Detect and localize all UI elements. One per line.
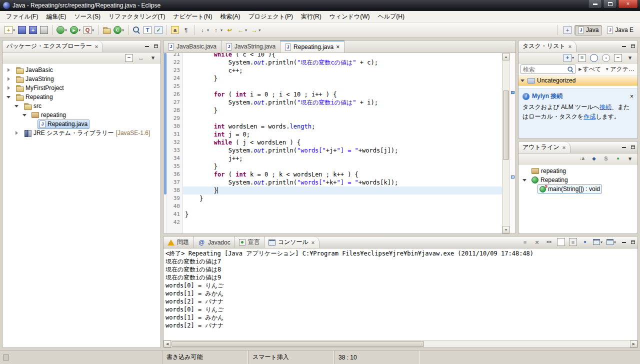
search-button[interactable] <box>131 24 142 36</box>
view-tab-問題[interactable]: 問題 <box>164 236 194 248</box>
overview-occurrence-marker[interactable] <box>511 176 514 178</box>
mark-occurrences-button[interactable]: a <box>170 24 180 36</box>
view-maximize-button[interactable] <box>628 236 638 248</box>
menu-リファクタリング(T)[interactable]: リファクタリング(T) <box>104 11 170 22</box>
next-annotation-button[interactable]: ↓▾ <box>197 24 210 36</box>
hide-nonpublic-button[interactable]: ● <box>612 154 624 164</box>
open-console-button[interactable]: ▾ <box>605 237 618 247</box>
view-menu-button[interactable]: ▾ <box>148 53 158 63</box>
forward-button[interactable]: →▾ <box>248 24 262 36</box>
new-wizard-button[interactable]: +▾ <box>3 24 16 36</box>
view-maximize-button[interactable] <box>628 142 638 153</box>
view-minimize-button[interactable] <box>142 40 152 52</box>
close-view-icon[interactable]: × <box>562 144 566 150</box>
menu-編集(E)[interactable]: 編集(E) <box>42 11 70 22</box>
schedule-button[interactable] <box>588 53 600 63</box>
open-task-button[interactable]: ✓ <box>153 24 164 36</box>
editor-vertical-scrollbar[interactable]: ▲ ▼ <box>502 53 510 234</box>
open-type-button[interactable]: T <box>142 24 153 36</box>
categorized-button[interactable]: ≡ <box>576 53 588 63</box>
view-minimize-button[interactable] <box>620 236 628 248</box>
expand-icon[interactable] <box>6 86 12 90</box>
clear-console-button[interactable] <box>556 237 566 247</box>
perspective-javaee-button[interactable]: J Java E <box>604 25 637 36</box>
tree-item-JRE システム・ライブラリー[interactable]: JRE システム・ライブラリー [JavaSE-1.6] <box>2 128 160 138</box>
editor-tab-JavaBasic.java[interactable]: JJavaBasic.java <box>164 40 222 52</box>
perspective-java-button[interactable]: J Java <box>574 25 602 36</box>
scroll-lock-button[interactable]: ≡ <box>568 237 578 247</box>
tree-item-JavaString[interactable]: JavaString <box>2 74 160 84</box>
view-menu-button[interactable]: ▾ <box>624 53 636 63</box>
hide-static-button[interactable]: S <box>600 154 612 164</box>
close-view-icon[interactable]: × <box>311 240 315 246</box>
scrollbar-thumb[interactable] <box>172 341 424 347</box>
tree-item-Repeating.java[interactable]: JRepeating.java <box>2 120 160 128</box>
outline-item-Repeating[interactable]: Repeating <box>518 176 638 184</box>
task-category-row[interactable]: Uncategorized <box>518 76 638 86</box>
package-explorer-tab[interactable]: パッケージ・エクスプローラー × <box>2 40 103 52</box>
menu-プロジェクト(P)[interactable]: プロジェクト(P) <box>244 11 297 22</box>
save-button[interactable] <box>16 24 28 36</box>
close-view-icon[interactable]: × <box>94 44 98 50</box>
expand-icon[interactable] <box>522 178 528 182</box>
editor-tab-Repeating.java[interactable]: JRepeating.java× <box>280 40 344 52</box>
view-minimize-button[interactable] <box>620 142 628 153</box>
hide-fields-button[interactable]: ◆ <box>588 154 600 164</box>
view-tab-宣言[interactable]: 宣言 <box>235 236 264 248</box>
last-edit-location-button[interactable]: ↩ <box>224 24 235 36</box>
menu-ウィンドウ(W)[interactable]: ウィンドウ(W) <box>326 11 374 22</box>
debug-button[interactable]: ▾ <box>55 24 68 36</box>
create-local-task-link[interactable]: 作成 <box>584 113 596 120</box>
view-maximize-button[interactable] <box>628 40 638 52</box>
new-java-class-button[interactable]: C▾ <box>112 24 126 36</box>
connect-link[interactable]: 接続 <box>600 104 612 110</box>
remove-launch-button[interactable]: × <box>532 237 542 247</box>
menu-ファイル(F)[interactable]: ファイル(F) <box>2 11 42 22</box>
tree-item-repeating[interactable]: repeating <box>2 110 160 120</box>
expand-icon[interactable] <box>6 68 12 72</box>
close-view-icon[interactable]: × <box>568 44 572 50</box>
editor-overview-ruler[interactable] <box>510 53 516 234</box>
dismiss-notice-icon[interactable]: × <box>630 93 634 100</box>
view-tab-コンソール[interactable]: コンソール× <box>264 236 320 248</box>
outline-item-main(String[]) : void[interactable]: main(String[]) : void <box>518 184 638 194</box>
menu-実行(R)[interactable]: 実行(R) <box>297 11 326 22</box>
menu-ナビゲート(N)[interactable]: ナビゲート(N) <box>170 11 216 22</box>
scroll-right-icon[interactable]: ▶ <box>630 340 638 348</box>
focus-button[interactable]: ● <box>600 53 612 63</box>
save-all-button[interactable]: + <box>28 24 38 36</box>
new-java-project-button[interactable] <box>101 24 112 36</box>
collapse-all-button[interactable]: − <box>124 53 134 63</box>
tree-item-MyFirstProject[interactable]: MyFirstProject <box>2 84 160 92</box>
display-console-button[interactable]: ▾ <box>592 237 604 247</box>
expand-icon[interactable] <box>520 78 526 83</box>
window-close-button[interactable]: × <box>618 0 638 8</box>
new-task-button[interactable]: +▾ <box>562 53 576 63</box>
task-list-tab[interactable]: タスク・リスト × <box>518 40 576 52</box>
menu-ソース(S)[interactable]: ソース(S) <box>70 11 104 22</box>
menu-ヘルプ(H)[interactable]: ヘルプ(H) <box>374 11 408 22</box>
terminate-button[interactable]: ■ <box>520 237 530 247</box>
view-tab-Javadoc[interactable]: @Javadoc <box>194 236 235 248</box>
scroll-left-icon[interactable]: ◀ <box>164 340 171 348</box>
tree-item-Repeating[interactable]: Repeating <box>2 92 160 102</box>
scrollbar-thumb[interactable] <box>503 90 509 160</box>
menu-検索(A)[interactable]: 検索(A) <box>216 11 244 22</box>
coverage-button[interactable]: Q▾ <box>82 24 96 36</box>
expand-icon[interactable] <box>14 130 20 136</box>
view-maximize-button[interactable] <box>152 40 160 52</box>
editor-tab-JavaString.java[interactable]: JJavaString.java <box>222 40 280 52</box>
working-set-active-button[interactable]: ▼アクテ… <box>604 64 636 74</box>
run-button[interactable]: ▶▾ <box>68 24 82 36</box>
show-whitespace-button[interactable]: ¶ <box>180 24 192 36</box>
scroll-down-icon[interactable]: ▼ <box>502 226 510 234</box>
tree-item-JavaBasic[interactable]: JavaBasic <box>2 66 160 74</box>
outline-item-repeating[interactable]: repeating <box>518 166 638 176</box>
window-minimize-button[interactable] <box>588 0 602 8</box>
scroll-up-icon[interactable]: ▲ <box>502 53 510 60</box>
window-maximize-button[interactable] <box>603 0 617 8</box>
view-menu-button[interactable]: ▾ <box>624 154 636 164</box>
open-perspective-button[interactable]: + <box>562 24 573 36</box>
print-button[interactable] <box>38 24 50 36</box>
overview-annotation-marker[interactable] <box>511 91 514 94</box>
